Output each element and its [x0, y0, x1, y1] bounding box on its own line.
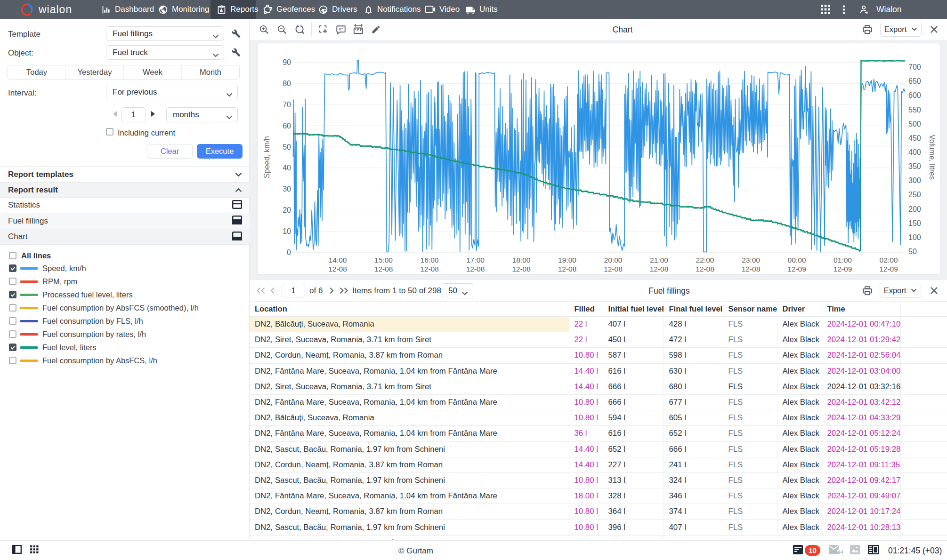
svg-text:12-08: 12-08 — [742, 265, 761, 273]
svg-text:500: 500 — [908, 120, 921, 128]
svg-text:450: 450 — [908, 134, 921, 142]
svg-text:10: 10 — [283, 227, 291, 235]
svg-text:01:00: 01:00 — [834, 256, 852, 264]
svg-text:20: 20 — [283, 206, 291, 214]
svg-text:18:00: 18:00 — [512, 256, 531, 264]
svg-text:12-08: 12-08 — [650, 265, 669, 273]
svg-text:12-08: 12-08 — [512, 265, 531, 273]
svg-text:12-08: 12-08 — [328, 265, 347, 273]
svg-text:Volume, litres: Volume, litres — [928, 135, 936, 180]
svg-text:550: 550 — [908, 106, 921, 114]
svg-text:70: 70 — [283, 101, 291, 109]
svg-text:0: 0 — [287, 248, 291, 256]
svg-text:15:00: 15:00 — [374, 256, 393, 264]
svg-text:02:00: 02:00 — [880, 256, 898, 264]
svg-text:21:00: 21:00 — [650, 256, 668, 264]
svg-text:100: 100 — [908, 233, 921, 241]
svg-text:23:00: 23:00 — [742, 256, 760, 264]
svg-text:700: 700 — [908, 63, 921, 71]
svg-text:19:00: 19:00 — [558, 256, 576, 264]
svg-text:400: 400 — [908, 148, 921, 156]
svg-text:250: 250 — [908, 191, 921, 199]
svg-text:12-09: 12-09 — [834, 265, 852, 273]
svg-text:90: 90 — [283, 58, 291, 66]
svg-text:20:00: 20:00 — [604, 256, 623, 264]
svg-text:60: 60 — [283, 122, 291, 130]
svg-text:12-08: 12-08 — [374, 265, 393, 273]
svg-text:40: 40 — [283, 164, 291, 172]
svg-text:12-08: 12-08 — [696, 265, 714, 273]
svg-text:600: 600 — [908, 91, 921, 99]
svg-text:650: 650 — [908, 77, 921, 85]
svg-text:17:00: 17:00 — [466, 256, 485, 264]
svg-text:22:00: 22:00 — [696, 256, 714, 264]
svg-text:12-08: 12-08 — [558, 265, 577, 273]
svg-text:12-08: 12-08 — [466, 265, 485, 273]
svg-text:12-09: 12-09 — [879, 265, 898, 273]
svg-text:200: 200 — [908, 205, 921, 213]
svg-text:350: 350 — [908, 162, 921, 170]
svg-text:150: 150 — [908, 219, 921, 227]
svg-text:14:00: 14:00 — [329, 256, 347, 264]
svg-text:Speed, km/h: Speed, km/h — [263, 136, 271, 178]
svg-text:12-08: 12-08 — [420, 265, 439, 273]
svg-text:30: 30 — [283, 185, 291, 193]
svg-text:50: 50 — [908, 248, 917, 256]
svg-text:12-08: 12-08 — [604, 265, 623, 273]
svg-text:00:00: 00:00 — [788, 256, 806, 264]
svg-text:80: 80 — [283, 80, 291, 88]
svg-text:16:00: 16:00 — [421, 256, 439, 264]
svg-text:300: 300 — [908, 176, 921, 184]
svg-text:50: 50 — [283, 143, 291, 151]
svg-text:12-09: 12-09 — [787, 265, 806, 273]
